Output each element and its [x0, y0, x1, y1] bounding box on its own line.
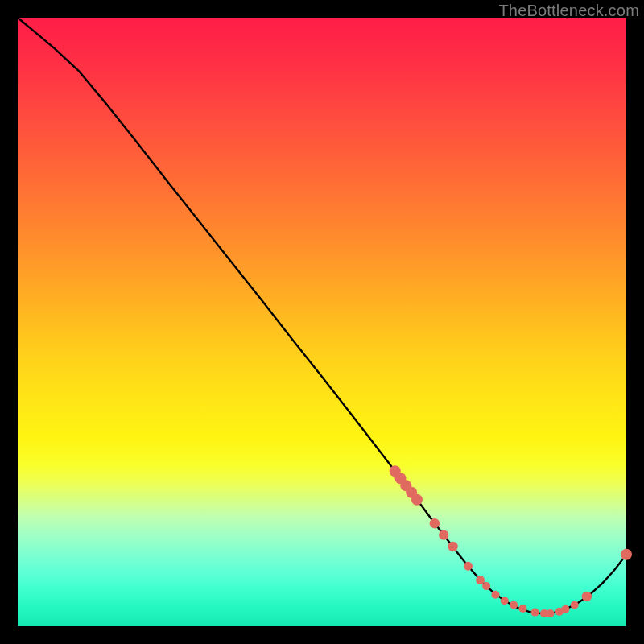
- watermark-text: TheBottleneck.com: [498, 2, 639, 20]
- data-marker: [621, 549, 632, 560]
- data-marker: [518, 605, 526, 613]
- data-marker: [448, 542, 457, 551]
- chart-plot-area: [18, 18, 626, 626]
- data-marker: [561, 605, 569, 613]
- data-marker: [482, 582, 490, 590]
- data-marker: [491, 591, 499, 599]
- curve-line: [18, 18, 626, 613]
- data-marker: [582, 592, 592, 601]
- data-marker: [439, 530, 448, 539]
- data-marker: [531, 609, 539, 617]
- data-marker: [464, 562, 473, 571]
- chart-svg: [18, 18, 626, 626]
- data-marker: [476, 576, 485, 584]
- data-marker: [411, 494, 423, 506]
- data-marker: [501, 597, 509, 605]
- data-marker: [547, 609, 555, 617]
- data-marker: [510, 601, 518, 609]
- chart-stage: TheBottleneck.com: [0, 0, 644, 644]
- data-marker: [571, 601, 579, 609]
- markers-group: [390, 465, 632, 617]
- data-marker: [430, 518, 440, 528]
